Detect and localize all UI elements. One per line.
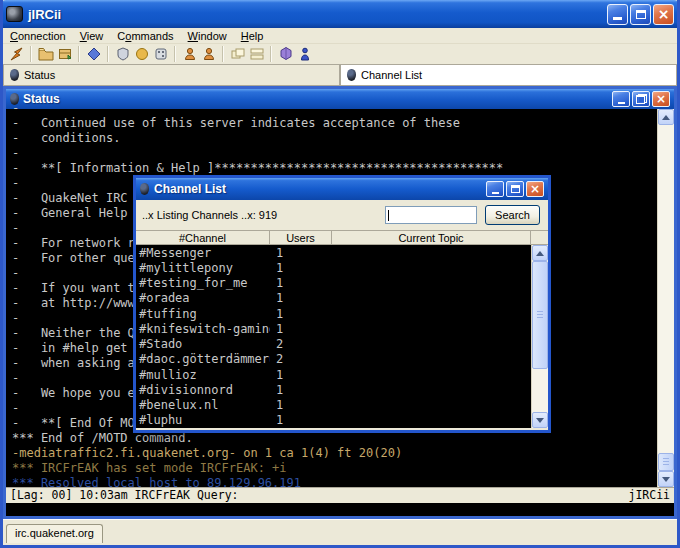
folder-open-icon[interactable] [36,45,55,63]
scroll-up-button[interactable] [658,109,674,125]
channel-row[interactable]: #luphu 1 [136,413,531,428]
minimize-icon [613,17,622,20]
scroll-up-button[interactable] [532,245,548,261]
tab-status[interactable]: Status [3,64,340,86]
coin-icon[interactable] [132,45,151,63]
column-header-channel[interactable]: #Channel [136,231,270,245]
toolbar-separator [174,46,176,62]
client-name-text: jIRCii [628,488,670,502]
close-icon: × [530,183,540,195]
channel-row[interactable]: #divisionnord 1 [136,382,531,397]
dialog-icon [140,183,149,195]
lag-time-query-text: [Lag: 00] 10:03am IRCFrEAK Query: [10,488,238,502]
titlebar[interactable]: jIRCii × [0,0,680,28]
channel-name: #Messenger [136,246,270,260]
log-line: *** Resolved local host to 89.129.96.191 [12,476,657,487]
minimize-button[interactable] [607,4,628,25]
menu-item[interactable]: Help [234,29,271,43]
scripts-icon[interactable] [84,45,103,63]
scroll-track[interactable] [532,261,548,412]
window-cascade-icon[interactable] [247,45,266,63]
channel-row[interactable]: #tuffing 1 [136,306,531,321]
search-button[interactable]: Search [485,205,540,225]
close-icon: × [658,7,670,21]
connect-icon[interactable] [7,45,26,63]
toolbar-separator [270,46,272,62]
menu-item[interactable]: View [73,29,111,43]
dialog-minimize-button[interactable] [486,181,504,197]
channel-name: #testing_for_me [136,276,270,290]
dialog-titlebar[interactable]: Channel List × [136,178,548,200]
arrow-up-icon [536,251,544,256]
app-icon [6,6,23,22]
scroll-down-button[interactable] [532,412,548,428]
channel-row[interactable]: #knifeswitch-gaming 1 [136,321,531,336]
close-icon: × [656,93,666,105]
user-orange-icon[interactable] [180,45,199,63]
scroll-thumb[interactable] [658,453,674,471]
gem-icon[interactable] [276,45,295,63]
channel-name: #benelux.nl [136,398,270,412]
channel-name: #knifeswitch-gaming [136,322,270,336]
shield-icon[interactable] [113,45,132,63]
tab-label: Status [24,69,55,81]
maximize-icon [636,10,646,19]
tab-label: Channel List [361,69,422,81]
channel-row[interactable]: #testing_for_me 1 [136,276,531,291]
channel-row[interactable]: #oradea 1 [136,291,531,306]
window-tile-icon[interactable] [228,45,247,63]
channel-users: 1 [270,307,332,321]
channel-name: #tuffing [136,307,270,321]
channel-row[interactable]: #mylittlepony 1 [136,260,531,275]
channel-row[interactable]: #Messenger 1 [136,245,531,260]
channel-row[interactable]: #daoc.götterdämmeru 2 [136,352,531,367]
tab-channel-list[interactable]: Channel List [340,64,677,86]
jircii-window: jIRCii × ConnectionViewCommandsWindowHel… [0,0,680,548]
toolbar [3,44,677,64]
channel-users: 2 [270,352,332,366]
menu-item[interactable]: Window [181,29,234,43]
user-orange2-icon[interactable] [199,45,218,63]
package-icon[interactable] [55,45,74,63]
menu-item[interactable]: Connection [3,29,73,43]
message-input[interactable] [6,502,674,516]
channel-name: #mullioz [136,368,270,382]
arrow-up-icon [662,115,670,120]
channel-list-tab-icon [347,69,356,81]
menu-item[interactable]: Commands [110,29,180,43]
text-caret [388,210,389,221]
dialog-scrollbar[interactable] [531,245,548,428]
server-tab-quakenet[interactable]: irc.quakenet.org [6,524,103,543]
log-line: *** IRCFrEAK has set mode IRCFrEAK: +i [12,461,657,476]
person-blue-icon[interactable] [295,45,314,63]
search-input[interactable] [385,206,477,224]
column-header-topic[interactable]: Current Topic [332,231,531,245]
dialog-close-button[interactable]: × [526,181,544,197]
channel-row[interactable]: #Stado 2 [136,337,531,352]
channel-list-dialog: Channel List × ..x Listing Channels ..x:… [133,175,551,433]
arrow-down-icon [662,477,670,482]
column-header-spacer [531,231,548,245]
arrow-down-icon [536,418,544,423]
log-line: - [12,101,657,116]
channel-row[interactable]: #benelux.nl 1 [136,398,531,413]
dialog-maximize-button[interactable] [506,181,524,197]
channel-users: 1 [270,383,332,397]
scroll-down-button[interactable] [658,471,674,487]
menu-bar: ConnectionViewCommandsWindowHelp [3,28,677,44]
scroll-thumb[interactable] [532,261,548,369]
maximize-button[interactable] [630,4,651,25]
channel-row[interactable]: #mullioz 1 [136,367,531,382]
dice-icon[interactable] [151,45,170,63]
close-button[interactable]: × [653,4,674,25]
channel-name: #oradea [136,291,270,305]
server-tab-bar: irc.quakenet.org [3,519,677,545]
log-line: - **[ Information & Help ]**************… [12,161,657,176]
channel-users: 1 [270,413,332,427]
dialog-title: Channel List [154,182,226,196]
channel-name: #Stado [136,337,270,351]
scroll-track[interactable] [658,125,674,471]
channel-table: #Messenger 1 #mylittlepony 1 #testing_fo… [136,245,531,428]
column-header-users[interactable]: Users [270,231,332,245]
status-scrollbar[interactable] [657,109,674,487]
